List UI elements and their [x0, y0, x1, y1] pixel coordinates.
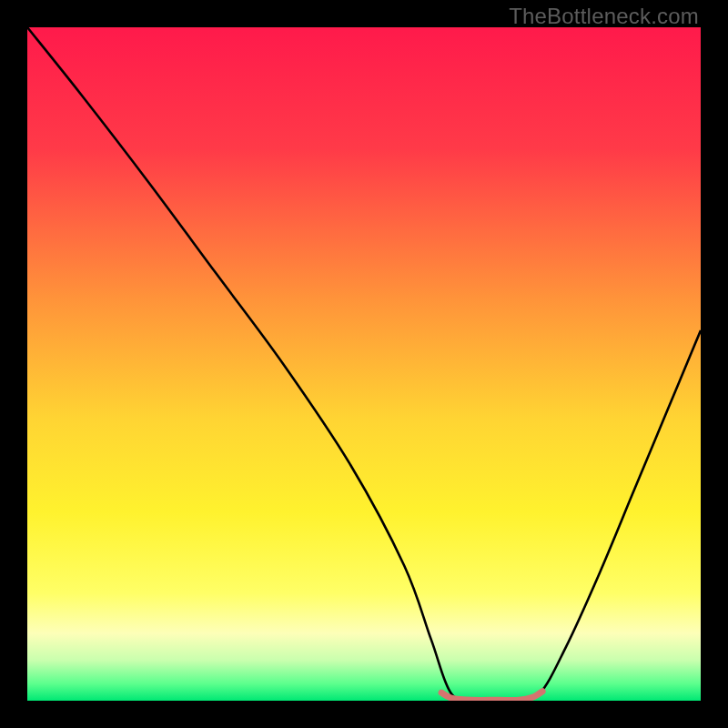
- watermark-text: TheBottleneck.com: [509, 4, 699, 29]
- optimum-marker-line: [441, 692, 542, 701]
- curve-layer: [27, 27, 701, 701]
- chart-container: TheBottleneck.com: [0, 0, 728, 728]
- plot-area: [27, 27, 701, 701]
- v-curve-line: [27, 27, 701, 701]
